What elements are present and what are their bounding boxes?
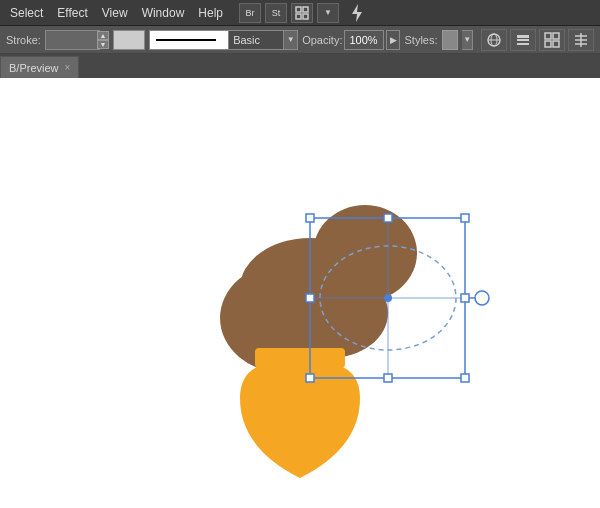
svg-rect-0 bbox=[296, 7, 301, 12]
stroke-line bbox=[156, 39, 216, 41]
menu-window[interactable]: Window bbox=[136, 4, 191, 22]
svg-rect-1 bbox=[303, 7, 308, 12]
svg-point-36 bbox=[475, 291, 489, 305]
toolbar: Stroke: ▲ ▼ Basic ▼ Opacity: 100% ▶ Styl… bbox=[0, 26, 600, 54]
stroke-down[interactable]: ▼ bbox=[97, 40, 109, 49]
menu-effect[interactable]: Effect bbox=[51, 4, 93, 22]
dropdown-arrow-icon[interactable]: ▼ bbox=[317, 3, 339, 23]
menu-icon-group: Br St ▼ bbox=[239, 2, 371, 24]
canvas-area bbox=[0, 78, 600, 508]
svg-rect-12 bbox=[545, 41, 551, 47]
grid-apps-icon[interactable] bbox=[291, 3, 313, 23]
grid-view-icon[interactable] bbox=[539, 29, 565, 51]
svg-rect-29 bbox=[461, 214, 469, 222]
layers-icon[interactable] bbox=[510, 29, 536, 51]
opacity-value[interactable]: 100% bbox=[344, 30, 384, 50]
svg-rect-13 bbox=[553, 41, 559, 47]
svg-rect-3 bbox=[303, 14, 308, 19]
align-icon[interactable] bbox=[568, 29, 594, 51]
menu-select[interactable]: Select bbox=[4, 4, 49, 22]
tab-label: B/Preview bbox=[9, 62, 59, 74]
opacity-label: Opacity: bbox=[302, 34, 342, 46]
styles-arrow[interactable]: ▼ bbox=[462, 30, 473, 50]
svg-rect-11 bbox=[553, 33, 559, 39]
svg-rect-31 bbox=[461, 294, 469, 302]
svg-rect-22 bbox=[255, 348, 345, 368]
opacity-arrow[interactable]: ▶ bbox=[386, 30, 400, 50]
tab-bar: B/Preview × bbox=[0, 54, 600, 78]
svg-rect-34 bbox=[461, 374, 469, 382]
svg-rect-27 bbox=[306, 214, 314, 222]
lightning-icon[interactable] bbox=[343, 2, 371, 24]
styles-label: Styles: bbox=[404, 34, 437, 46]
stroke-type-dropdown[interactable]: Basic bbox=[229, 30, 284, 50]
opacity-group: Opacity: 100% ▶ bbox=[302, 30, 400, 50]
menu-help[interactable]: Help bbox=[192, 4, 229, 22]
stroke-label: Stroke: bbox=[6, 34, 41, 46]
tab-close-button[interactable]: × bbox=[65, 63, 71, 73]
stroke-style-group: Basic ▼ bbox=[149, 30, 298, 50]
stroke-spinner: ▲ ▼ bbox=[97, 31, 109, 49]
bridge-icon[interactable]: Br bbox=[239, 3, 261, 23]
stroke-style-display[interactable] bbox=[149, 30, 229, 50]
globe-icon[interactable] bbox=[481, 29, 507, 51]
menu-view[interactable]: View bbox=[96, 4, 134, 22]
svg-rect-33 bbox=[384, 374, 392, 382]
menu-bar: Select Effect View Window Help Br St ▼ bbox=[0, 0, 600, 26]
svg-rect-28 bbox=[384, 214, 392, 222]
right-icons bbox=[481, 29, 594, 51]
stroke-input[interactable] bbox=[45, 30, 100, 50]
stock-icon[interactable]: St bbox=[265, 3, 287, 23]
svg-rect-2 bbox=[296, 14, 301, 19]
stroke-type-arrow[interactable]: ▼ bbox=[284, 30, 298, 50]
svg-rect-10 bbox=[545, 33, 551, 39]
svg-rect-9 bbox=[517, 43, 529, 45]
svg-rect-8 bbox=[517, 39, 529, 41]
svg-rect-7 bbox=[517, 35, 529, 38]
stroke-up[interactable]: ▲ bbox=[97, 31, 109, 40]
styles-swatch[interactable] bbox=[442, 30, 459, 50]
canvas-white-background bbox=[0, 78, 600, 508]
preview-tab[interactable]: B/Preview × bbox=[0, 56, 79, 78]
acorn-illustration bbox=[0, 78, 600, 508]
svg-rect-32 bbox=[306, 374, 314, 382]
svg-point-35 bbox=[384, 294, 392, 302]
svg-rect-30 bbox=[306, 294, 314, 302]
stroke-color-swatch[interactable] bbox=[113, 30, 145, 50]
